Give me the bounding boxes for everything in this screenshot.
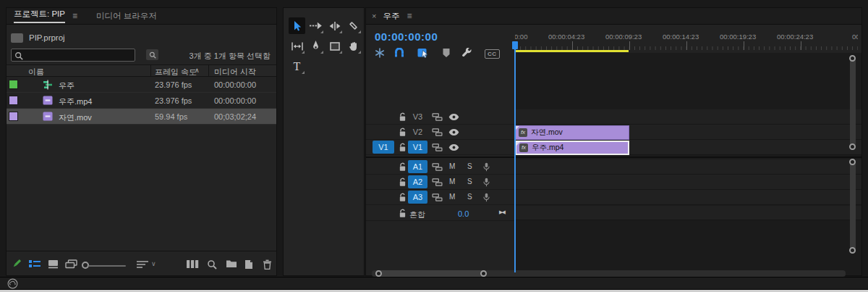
linked-selection-icon[interactable] xyxy=(417,48,429,58)
track-lane-v3[interactable] xyxy=(515,109,861,125)
panel-menu-icon[interactable]: ≡ xyxy=(72,11,77,21)
find-button[interactable] xyxy=(207,259,217,270)
nest-sequences-icon[interactable] xyxy=(375,48,385,58)
item-name[interactable]: 우주 xyxy=(59,80,75,91)
track-name-a3[interactable]: A3 xyxy=(408,191,427,204)
track-name-v1[interactable]: V1 xyxy=(408,141,427,154)
lock-icon[interactable] xyxy=(399,209,407,218)
lock-icon[interactable] xyxy=(399,128,407,137)
playhead-timecode[interactable]: 00:00:00:00 xyxy=(375,30,438,43)
new-item-button[interactable] xyxy=(244,259,253,270)
scrollbar-handle[interactable] xyxy=(849,159,856,165)
video-scrollbar[interactable] xyxy=(850,56,856,150)
video-audio-divider[interactable] xyxy=(366,157,861,158)
track-name-v2[interactable]: V2 xyxy=(408,125,427,138)
search-input[interactable] xyxy=(11,49,135,62)
track-lane-master[interactable] xyxy=(515,206,861,220)
column-divider[interactable] xyxy=(208,65,209,76)
new-bin-button[interactable] xyxy=(226,259,237,268)
voiceover-mic-icon[interactable] xyxy=(483,178,490,187)
slip-tool[interactable] xyxy=(289,38,305,54)
close-icon[interactable]: × xyxy=(372,12,376,20)
track-lane-a1[interactable] xyxy=(515,159,861,175)
tab-project[interactable]: 프로젝트: PIP xyxy=(14,9,65,23)
audio-scrollbar[interactable] xyxy=(850,159,856,254)
lock-icon[interactable] xyxy=(399,112,407,122)
scrollbar-handle[interactable] xyxy=(849,55,856,62)
razor-tool[interactable] xyxy=(345,17,362,34)
sync-lock-icon[interactable] xyxy=(432,178,443,186)
table-row-selected[interactable]: 자연.mov 59.94 fps 00;03;02;24 xyxy=(7,109,276,125)
track-lane-a2[interactable] xyxy=(515,175,861,190)
sort-ascending-icon[interactable]: ∧ xyxy=(195,67,200,74)
scrollbar-handle[interactable] xyxy=(849,143,856,150)
scrollbar-handle[interactable] xyxy=(849,247,856,254)
track-name-a2[interactable]: A2 xyxy=(408,175,427,188)
selection-tool[interactable] xyxy=(289,17,305,34)
label-color-swatch[interactable] xyxy=(9,96,18,105)
playhead-line[interactable] xyxy=(514,41,516,272)
time-ruler[interactable]: :00:00 00:00:04:23 00:00:09:23 00:00:14:… xyxy=(515,25,858,50)
column-divider[interactable] xyxy=(150,65,151,76)
sync-lock-icon[interactable] xyxy=(432,163,443,171)
lock-icon[interactable] xyxy=(399,162,407,172)
lock-icon[interactable] xyxy=(399,193,407,202)
chevron-down-icon[interactable]: ∨ xyxy=(151,260,156,267)
track-name-v3[interactable]: V3 xyxy=(408,110,427,123)
voiceover-mic-icon[interactable] xyxy=(483,193,490,202)
master-volume-value[interactable]: 0.0 xyxy=(458,209,469,218)
track-name-a1[interactable]: A1 xyxy=(408,160,427,173)
timeline-track-area[interactable] xyxy=(515,53,861,275)
column-name[interactable]: 이름 xyxy=(28,67,44,78)
solo-button[interactable]: S xyxy=(467,162,472,170)
bin-path-label[interactable]: PIP.prproj xyxy=(29,33,65,42)
sort-icon[interactable] xyxy=(137,261,148,270)
find-in-bin-button[interactable] xyxy=(146,49,158,60)
rectangle-tool[interactable] xyxy=(326,38,343,54)
table-row[interactable]: 우주 23.976 fps 00:00:00:00 xyxy=(7,77,276,93)
automate-to-sequence-button[interactable] xyxy=(186,259,199,269)
sync-lock-icon[interactable] xyxy=(432,113,443,121)
zoom-handle-right[interactable] xyxy=(480,270,487,277)
solo-button[interactable]: S xyxy=(467,193,472,201)
creative-cloud-icon[interactable] xyxy=(7,278,18,289)
voiceover-mic-icon[interactable] xyxy=(483,162,490,172)
timeline-settings-wrench-icon[interactable] xyxy=(461,48,472,59)
writable-pencil-icon[interactable] xyxy=(11,258,22,270)
mute-button[interactable]: M xyxy=(449,193,455,201)
clip-v1-selected[interactable]: fx 우주.mp4 xyxy=(515,141,629,155)
lock-icon[interactable] xyxy=(399,178,407,187)
panel-menu-icon[interactable]: ≡ xyxy=(407,11,412,21)
toggle-track-output-eye-icon[interactable] xyxy=(448,114,459,120)
ripple-edit-tool[interactable] xyxy=(326,17,343,34)
zoom-handle-left[interactable] xyxy=(375,270,382,277)
keyframe-navigator-icon[interactable]: ▶◀ xyxy=(499,209,504,215)
source-patch-v1[interactable]: V1 xyxy=(373,141,394,154)
project-home-icon[interactable] xyxy=(11,33,23,43)
mute-button[interactable]: M xyxy=(449,162,455,170)
solo-button[interactable]: S xyxy=(467,178,472,185)
label-color-swatch[interactable] xyxy=(9,112,18,121)
zoom-slider-track[interactable] xyxy=(88,265,126,267)
sync-lock-icon[interactable] xyxy=(432,128,443,136)
snap-magnet-icon[interactable] xyxy=(394,48,404,58)
pen-tool[interactable] xyxy=(307,38,324,54)
column-frame-rate[interactable]: 프레임 속도 xyxy=(155,67,197,78)
freeform-view-button[interactable] xyxy=(65,259,77,269)
sync-lock-icon[interactable] xyxy=(432,143,443,151)
master-track-name[interactable]: 혼합 xyxy=(409,209,425,220)
sync-lock-icon[interactable] xyxy=(432,193,443,201)
add-marker-icon[interactable] xyxy=(442,48,451,58)
tab-media-browser[interactable]: 미디어 브라우저 xyxy=(96,11,157,22)
type-tool[interactable]: T xyxy=(289,58,305,75)
horizontal-zoom-scrollbar[interactable] xyxy=(375,270,487,277)
toggle-track-output-eye-icon[interactable] xyxy=(448,144,459,151)
item-name[interactable]: 우주.mp4 xyxy=(59,96,92,107)
hand-tool[interactable] xyxy=(345,38,362,54)
column-media-start[interactable]: 미디어 시작 xyxy=(214,67,256,78)
toggle-track-output-eye-icon[interactable] xyxy=(448,129,459,135)
captions-icon[interactable]: CC xyxy=(485,49,500,59)
playhead-handle[interactable] xyxy=(512,41,518,49)
tab-sequence[interactable]: 우주 xyxy=(383,11,399,22)
mute-button[interactable]: M xyxy=(449,178,455,185)
